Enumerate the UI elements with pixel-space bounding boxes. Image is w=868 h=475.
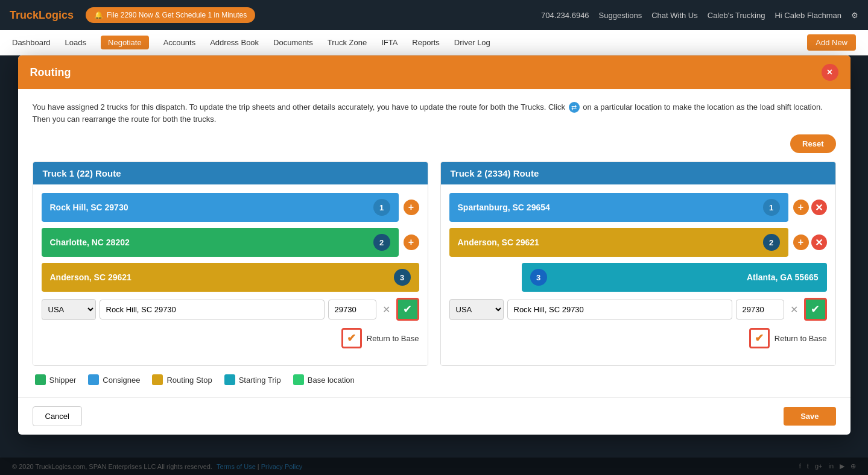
modal-footer: Cancel Save — [18, 397, 851, 435]
truck1-stop2-add[interactable]: + — [404, 234, 419, 250]
nav-addressbook[interactable]: Address Book — [210, 36, 259, 49]
truck2-return-base-row: ✔ Return to Base — [449, 328, 827, 348]
truck2-stop-3: 3 Atlanta, GA 55665 — [522, 263, 827, 292]
truck1-stop3-number: 3 — [394, 269, 411, 286]
truck2-stop3-label: 3 Atlanta, GA 55665 — [522, 263, 827, 292]
truck2-return-checkbox[interactable]: ✔ — [749, 328, 770, 348]
truck1-header: Truck 1 (22) Route — [33, 162, 428, 184]
truck1-body: Rock Hill, SC 29730 1 + Charlotte, NC 28… — [33, 184, 428, 365]
truck1-stop2-label: Charlotte, NC 28202 2 — [42, 228, 399, 257]
truck2-stop2-add[interactable]: + — [793, 234, 809, 250]
truck1-stop1-number: 1 — [373, 199, 390, 216]
arrow-icon: ⇄ — [569, 102, 580, 113]
truck2-return-label: Return to Base — [775, 334, 827, 343]
nav-dashboard[interactable]: Dashboard — [12, 36, 51, 49]
truck2-stop1-label: Spartanburg, SC 29654 1 — [449, 193, 788, 222]
legend-consignee-color — [88, 374, 99, 385]
top-bar: TruckLogics 🔔 File 2290 Now & Get Schedu… — [0, 0, 868, 30]
routing-modal: Routing × You have assigned 2 trucks for… — [18, 55, 851, 435]
truck2-stop2-label: Anderson, SC 29621 2 — [449, 228, 788, 257]
promo-button[interactable]: 🔔 File 2290 Now & Get Schedule 1 in Minu… — [86, 7, 255, 23]
truck2-confirm-button[interactable]: ✔ — [804, 298, 827, 321]
nav-loads[interactable]: Loads — [65, 36, 86, 49]
truck2-stop2-delete[interactable]: ✕ — [811, 234, 827, 250]
nav-bar: Dashboard Loads Negotiate Accounts Addre… — [0, 30, 868, 55]
reset-button[interactable]: Reset — [790, 134, 835, 153]
truck1-stop2-number: 2 — [373, 234, 390, 251]
cancel-button[interactable]: Cancel — [33, 406, 82, 426]
truck2-check-icon: ✔ — [755, 332, 764, 345]
legend-base-color — [293, 374, 304, 385]
legend-starting-trip: Starting Trip — [224, 374, 281, 385]
nav-documents[interactable]: Documents — [273, 36, 313, 49]
suggestions-link[interactable]: Suggestions — [599, 11, 642, 20]
truck1-stop3-label: Anderson, SC 29621 3 — [42, 263, 419, 292]
add-new-button[interactable]: Add New — [807, 34, 856, 51]
truck1-check-icon: ✔ — [347, 332, 356, 345]
truck1-zip-input[interactable] — [328, 300, 376, 319]
nav-negotiate[interactable]: Negotiate — [101, 36, 149, 49]
truck2-stop-1: Spartanburg, SC 29654 1 + ✕ — [449, 193, 827, 222]
truck2-stop1-delete[interactable]: ✕ — [811, 200, 827, 215]
user-name[interactable]: Hi Caleb Flachman — [775, 11, 841, 20]
reset-row: Reset — [33, 134, 836, 153]
legend-base-location: Base location — [293, 374, 355, 385]
save-button[interactable]: Save — [784, 407, 835, 426]
truck1-stop-1: Rock Hill, SC 29730 1 + — [42, 193, 419, 222]
chat-link[interactable]: Chat With Us — [651, 11, 698, 20]
truck2-body: Spartanburg, SC 29654 1 + ✕ Anderson, SC… — [441, 184, 835, 365]
nav-ifta[interactable]: IFTA — [381, 36, 398, 49]
top-bar-right: 704.234.6946 Suggestions Chat With Us Ca… — [541, 11, 858, 20]
nav-reports[interactable]: Reports — [412, 36, 440, 49]
truck2-country-select[interactable]: USA CAN MEX — [449, 299, 504, 320]
modal-description: You have assigned 2 trucks for this disp… — [33, 101, 836, 125]
truck2-stop2-actions: + ✕ — [793, 234, 827, 250]
truck2-zip-input[interactable] — [736, 300, 784, 319]
legend-shipper: Shipper — [35, 374, 77, 385]
modal-close-button[interactable]: × — [822, 64, 838, 81]
truck1-stop1-label: Rock Hill, SC 29730 1 — [42, 193, 399, 222]
truck1-return-label: Return to Base — [367, 334, 419, 343]
truck1-stop-2: Charlotte, NC 28202 2 + — [42, 228, 419, 257]
truck2-input-row: USA CAN MEX ✕ ✔ — [449, 298, 827, 321]
nav-driverlog[interactable]: Driver Log — [454, 36, 490, 49]
truck2-stop2-number: 2 — [763, 234, 780, 251]
company-name[interactable]: Caleb's Trucking — [708, 11, 765, 20]
truck2-stop3-number: 3 — [530, 269, 547, 286]
truck1-panel: Truck 1 (22) Route Rock Hill, SC 29730 1… — [33, 162, 428, 366]
truck1-input-row: USA CAN MEX ✕ ✔ — [42, 298, 419, 321]
legend-row: Shipper Consignee Routing Stop Starting … — [33, 374, 836, 385]
truck1-city-input[interactable] — [100, 300, 325, 319]
modal-header: Routing × — [18, 55, 851, 89]
legend-shipper-color — [35, 374, 46, 385]
promo-icon: 🔔 — [94, 11, 103, 19]
legend-consignee: Consignee — [88, 374, 140, 385]
truck1-country-select[interactable]: USA CAN MEX — [42, 299, 96, 320]
truck2-stop1-actions: + ✕ — [793, 200, 827, 215]
legend-routing-color — [152, 374, 163, 385]
legend-starting-color — [224, 374, 235, 385]
modal-body: You have assigned 2 trucks for this disp… — [18, 89, 851, 397]
truck2-clear-button[interactable]: ✕ — [788, 304, 800, 315]
settings-icon[interactable]: ⚙ — [851, 11, 858, 20]
truck2-header: Truck 2 (2334) Route — [441, 162, 835, 184]
trucks-row: Truck 1 (22) Route Rock Hill, SC 29730 1… — [33, 162, 836, 366]
truck2-stop1-add[interactable]: + — [793, 200, 809, 215]
nav-accounts[interactable]: Accounts — [163, 36, 195, 49]
legend-routing-stop: Routing Stop — [152, 374, 212, 385]
phone[interactable]: 704.234.6946 — [541, 11, 589, 20]
truck2-city-input[interactable] — [507, 300, 732, 319]
truck1-stop1-add[interactable]: + — [404, 200, 419, 215]
truck1-clear-button[interactable]: ✕ — [380, 304, 393, 315]
truck2-panel: Truck 2 (2334) Route Spartanburg, SC 296… — [440, 162, 836, 366]
truck2-stop-2: Anderson, SC 29621 2 + ✕ — [449, 228, 827, 257]
nav-truckzone[interactable]: Truck Zone — [328, 36, 367, 49]
truck1-return-checkbox[interactable]: ✔ — [341, 328, 362, 348]
truck1-confirm-button[interactable]: ✔ — [396, 298, 419, 321]
modal-title: Routing — [30, 66, 71, 79]
truck1-return-base-row: ✔ Return to Base — [42, 328, 419, 348]
truck1-stop-3: Anderson, SC 29621 3 — [42, 263, 419, 292]
logo: TruckLogics — [10, 9, 74, 22]
truck2-stop1-number: 1 — [763, 199, 780, 216]
